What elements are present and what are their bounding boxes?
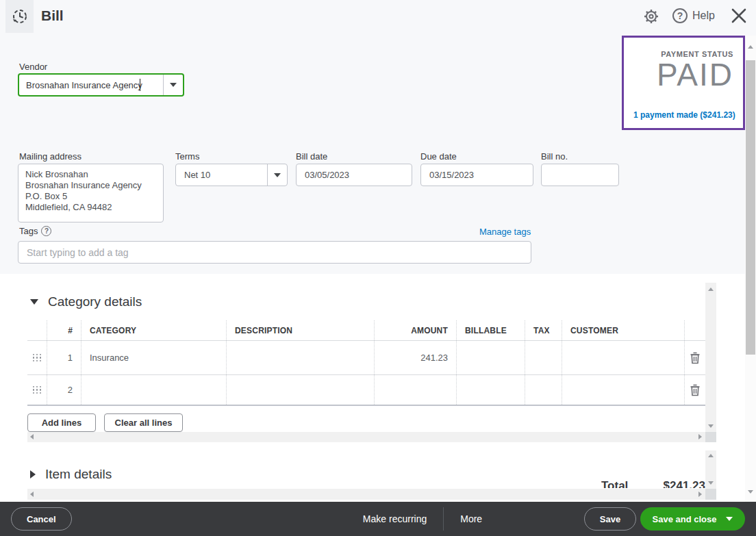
save-and-close-label: Save and close <box>653 514 717 524</box>
help-button[interactable]: ? Help <box>672 8 715 23</box>
scroll-up-icon[interactable] <box>708 454 714 457</box>
category-details-toggle[interactable]: Category details <box>30 294 142 309</box>
bill-no-label: Bill no. <box>541 151 568 162</box>
total-row: Total $241.23 <box>601 479 705 488</box>
scrollbar-corner <box>705 489 716 500</box>
bill-date-input[interactable] <box>296 164 412 186</box>
drag-handle[interactable] <box>27 341 47 374</box>
history-iconbox[interactable] <box>5 0 34 33</box>
tags-input[interactable] <box>18 241 531 264</box>
total-label: Total <box>601 479 628 488</box>
scroll-right-icon[interactable] <box>698 492 702 497</box>
table-row: 2 <box>27 375 705 406</box>
col-description: DESCRIPTION <box>226 320 374 340</box>
scroll-left-icon[interactable] <box>30 434 34 439</box>
scroll-down-icon[interactable] <box>748 490 753 494</box>
history-icon <box>11 8 29 25</box>
category-cell[interactable]: Insurance <box>81 341 226 374</box>
tags-label: Tags <box>19 226 38 236</box>
customer-cell[interactable] <box>562 341 685 374</box>
col-billable: BILLABLE <box>456 320 525 340</box>
row-number: 1 <box>47 341 81 374</box>
terms-dropdown-button[interactable] <box>268 164 287 186</box>
tax-cell[interactable] <box>525 375 562 405</box>
drag-handle-icon <box>33 386 42 394</box>
vendor-label: Vendor <box>19 62 47 72</box>
item-horizontal-scrollbar[interactable] <box>27 489 705 500</box>
trash-icon <box>690 352 701 364</box>
category-details-title: Category details <box>48 294 142 309</box>
vendor-dropdown-button[interactable] <box>164 75 183 95</box>
vendor-input[interactable] <box>19 75 163 95</box>
mailing-address-field[interactable]: Nick Brosnahan Brosnahan Insurance Agenc… <box>18 164 164 222</box>
bill-date-label: Bill date <box>296 151 327 162</box>
total-value: $241.23 <box>664 479 705 488</box>
category-horizontal-scrollbar[interactable] <box>27 432 705 442</box>
delete-row-button[interactable] <box>685 375 705 405</box>
scroll-right-icon[interactable] <box>698 434 702 439</box>
chevron-down-icon <box>170 83 177 87</box>
col-amount: AMOUNT <box>374 320 456 340</box>
more-button[interactable]: More <box>460 513 482 524</box>
tax-cell[interactable] <box>525 341 562 374</box>
scroll-left-icon[interactable] <box>30 492 34 497</box>
billable-cell[interactable] <box>456 375 525 405</box>
table-row: 1 Insurance 241.23 <box>27 341 705 375</box>
save-and-close-button[interactable]: Save and close <box>640 507 745 531</box>
cancel-button[interactable]: Cancel <box>11 507 72 531</box>
col-customer: CUSTOMER <box>562 320 685 340</box>
category-table: # CATEGORY DESCRIPTION AMOUNT BILLABLE T… <box>27 320 705 406</box>
drag-handle-icon <box>33 354 42 362</box>
row-number: 2 <box>47 375 81 405</box>
amount-cell[interactable]: 241.23 <box>374 341 456 374</box>
chevron-down-icon <box>726 517 733 521</box>
scroll-up-icon[interactable] <box>708 288 714 291</box>
amount-cell[interactable] <box>374 375 456 405</box>
gear-icon[interactable] <box>643 8 659 25</box>
col-tax: TAX <box>525 320 562 340</box>
payment-status-value: PAID <box>633 58 733 91</box>
footer-bar: Cancel Make recurring More Save Save and… <box>0 502 756 536</box>
page-scrollbar-thumb[interactable] <box>746 60 755 355</box>
mailing-address-label: Mailing address <box>19 151 81 162</box>
category-vertical-scrollbar[interactable] <box>705 283 716 432</box>
make-recurring-button[interactable]: Make recurring <box>363 513 427 524</box>
terms-combobox[interactable]: Net 10 <box>175 164 288 186</box>
col-number: # <box>47 320 81 340</box>
add-lines-button[interactable]: Add lines <box>27 413 96 432</box>
vendor-combobox[interactable] <box>18 73 184 97</box>
delete-row-button[interactable] <box>685 341 705 374</box>
footer-divider <box>443 507 444 531</box>
col-category: CATEGORY <box>81 320 226 340</box>
tags-help-icon[interactable]: ? <box>41 226 51 236</box>
due-date-label: Due date <box>420 151 457 162</box>
scroll-down-icon[interactable] <box>708 481 714 485</box>
due-date-input[interactable] <box>420 164 533 186</box>
item-details-toggle[interactable]: Item details <box>30 467 112 482</box>
description-cell[interactable] <box>226 375 374 405</box>
scroll-up-icon[interactable] <box>748 45 753 49</box>
triangle-right-icon <box>30 470 36 478</box>
bill-no-input[interactable] <box>541 164 619 186</box>
clear-all-lines-button[interactable]: Clear all lines <box>104 413 183 432</box>
category-cell[interactable] <box>81 375 226 405</box>
trash-icon <box>690 384 701 396</box>
bill-modal: Bill ? Help PAYMENT STATUS PAID 1 paymen… <box>0 0 756 536</box>
description-cell[interactable] <box>226 341 374 374</box>
text-cursor <box>140 79 140 91</box>
manage-tags-link[interactable]: Manage tags <box>479 227 531 237</box>
customer-cell[interactable] <box>562 375 685 405</box>
terms-value: Net 10 <box>176 170 267 180</box>
drag-handle[interactable] <box>27 375 47 405</box>
chevron-down-icon <box>274 173 281 177</box>
help-label: Help <box>692 10 715 22</box>
help-icon: ? <box>672 8 688 23</box>
payment-made-link[interactable]: 1 payment made ($241.23) <box>633 110 735 120</box>
payment-status-box: PAYMENT STATUS PAID 1 payment made ($241… <box>622 36 745 130</box>
scroll-down-icon[interactable] <box>708 424 714 428</box>
save-button[interactable]: Save <box>584 507 636 531</box>
table-header-row: # CATEGORY DESCRIPTION AMOUNT BILLABLE T… <box>27 320 705 341</box>
close-icon[interactable] <box>730 7 748 25</box>
billable-cell[interactable] <box>456 341 525 374</box>
triangle-down-icon <box>30 299 38 305</box>
